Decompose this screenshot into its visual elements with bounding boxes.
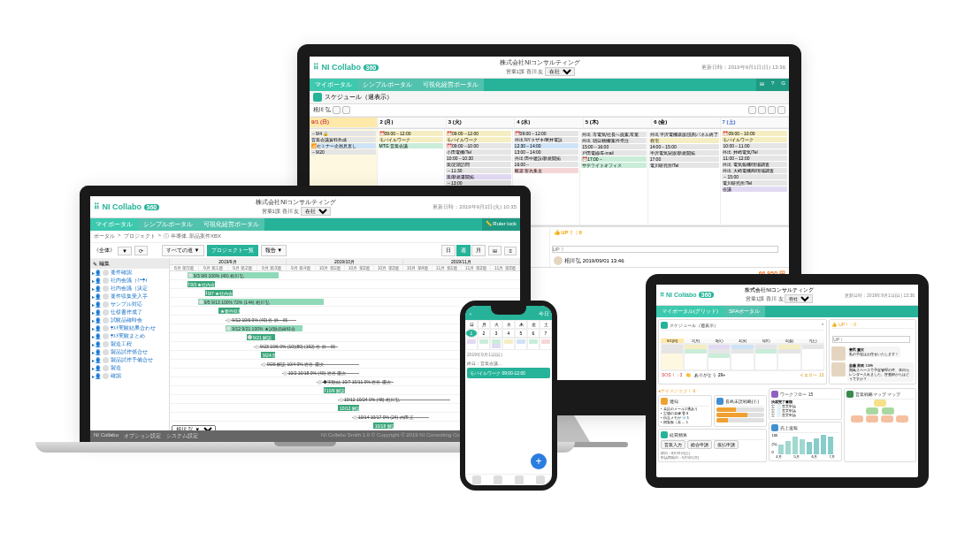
day-header[interactable]: 4 (水) xyxy=(515,118,583,128)
filter-icon[interactable] xyxy=(768,106,776,114)
event-item[interactable]: ～11:30 xyxy=(446,168,511,173)
event-item[interactable]: 戸田電線/E-mail xyxy=(581,150,647,156)
footer-options[interactable]: オプション設定 xyxy=(124,432,161,440)
event-item[interactable]: 帳票 客先集金 xyxy=(514,168,579,173)
date-cell[interactable]: 7 xyxy=(540,329,552,338)
date-cell[interactable]: 1 xyxy=(465,329,478,338)
date-cell[interactable]: 4 xyxy=(502,329,515,338)
yellow-badge[interactable]: イエロー 13 xyxy=(800,372,823,377)
exp-btn2[interactable]: 総合申請 xyxy=(687,440,712,449)
tree-item[interactable]: ▸👤要件確認 xyxy=(90,269,169,277)
event-item[interactable]: 電川研究所/Tel xyxy=(722,180,787,186)
tree-item[interactable]: ▸👤製品試作予備合せ xyxy=(90,356,169,364)
event-item[interactable]: ⏰09:00～10:00 xyxy=(722,131,787,136)
nav-home-icon[interactable] xyxy=(472,476,481,484)
thanks-badge[interactable]: ありがとう 29+ xyxy=(694,372,725,377)
gantt-bar[interactable]: 10/12 解説 xyxy=(338,405,359,411)
event-item[interactable]: 外出 大崎電機商/現場調査 xyxy=(722,168,787,173)
edit-icon[interactable]: ✎ xyxy=(93,261,97,267)
refresh-btn[interactable]: ⟳ xyxy=(134,246,148,255)
phone-back[interactable]: ＜ xyxy=(468,310,473,318)
event-item[interactable]: 15:00～16:00 xyxy=(581,144,647,149)
tree-item[interactable]: ▸👤サンプル対応 xyxy=(90,301,169,308)
event-item[interactable]: 11:00～12:00 xyxy=(722,156,787,161)
event-item[interactable]: 外出 NYタザキ/豊井電設 xyxy=(514,137,579,142)
tab-kpi[interactable]: 可視化経営ポータル xyxy=(417,79,484,91)
date-cell[interactable]: 5 xyxy=(515,329,527,338)
event-item[interactable]: 12:30～14:00 xyxy=(514,143,579,148)
org-leaf4[interactable] xyxy=(896,415,908,422)
event-item[interactable]: 業/定期訪問 xyxy=(446,162,511,167)
scope-select[interactable]: 《全体》 xyxy=(94,247,115,255)
org-node-top[interactable] xyxy=(874,400,886,407)
exp-btn1[interactable]: 営業入力 xyxy=(661,440,685,449)
org-leaf2[interactable] xyxy=(866,415,878,422)
nav-more-icon[interactable] xyxy=(536,476,545,484)
day-cell[interactable]: ⏰09:00～10:00モバイルワーク10:00～11:00外出 井崎電気/Te… xyxy=(721,129,789,225)
event-item[interactable]: ⏰09:00～10:00 xyxy=(446,143,511,148)
tree-item[interactable]: ▸👤ﾃｽﾄ実験まとめ xyxy=(90,332,169,340)
event-item[interactable]: 外出 電気報機/現場調査 xyxy=(722,162,787,167)
tree-item[interactable]: ▸👤確認 xyxy=(90,372,169,380)
day-header[interactable]: 3 (火) xyxy=(447,118,515,128)
tree-item[interactable]: ▸👤要件収集受入手 xyxy=(90,293,169,301)
event-item[interactable]: 会議 xyxy=(722,186,787,192)
gantt-bar[interactable]: 9/21 解説 xyxy=(247,334,275,340)
event-item[interactable]: 外出 田中建設/新規開拓 xyxy=(514,156,579,161)
org-leaf3[interactable] xyxy=(881,415,893,422)
event-item[interactable]: 電川研究所/Tel xyxy=(649,163,720,168)
gantt-bar[interactable]: 9/7 ★社内会 xyxy=(205,290,234,296)
gantt-bar[interactable]: 9/3 9/9 100% (40) 相川 弘 xyxy=(188,272,279,278)
org-tab[interactable]: 営業1課 香川 友 在社 xyxy=(746,296,813,301)
footer-system[interactable]: システム設定 xyxy=(166,432,198,440)
event-item[interactable]: 📶セミナー企画見直し xyxy=(310,143,376,148)
event-item[interactable]: サテライトオフィス xyxy=(581,163,647,168)
tree-item[interactable]: ▸👤製品試作係合せ xyxy=(90,348,169,356)
tree-item[interactable]: ▸👤製造 xyxy=(90,364,169,372)
nav-list-icon[interactable] xyxy=(515,476,524,484)
notice-item[interactable]: • 回覧板（未 … 1 xyxy=(661,420,709,424)
tab-sfa[interactable]: SFAポータル xyxy=(724,306,765,317)
day-header[interactable]: 7 (土) xyxy=(721,118,789,128)
gantt-bar[interactable]: ★要件収集 xyxy=(218,308,240,314)
tree-item[interactable]: ▸👤ﾃｽﾄ実験結果合わせ xyxy=(90,324,169,332)
tab-kpi-lap[interactable]: 可視化経営ポータル xyxy=(198,218,264,231)
day-header[interactable]: 9/1 (日) xyxy=(310,118,378,128)
seg-list[interactable]: プロジェクト一覧 xyxy=(207,245,258,256)
day-header[interactable]: 6 (金) xyxy=(652,118,720,128)
event-item[interactable]: 外出 平沢電機器販/洗剤パネル終了 xyxy=(649,132,720,137)
gantt-bar[interactable]: 10/12 10/24 0% (48) 相川 弘 xyxy=(338,400,450,400)
wf-item[interactable]: 宝 📄 営業申請 xyxy=(771,413,838,417)
day-cell[interactable]: 外出 平沢電機器販/洗剤パネル終了在宅14:00～15:00半沢電気製販/新規開… xyxy=(648,129,722,225)
event-item[interactable]: モバイルワーク xyxy=(722,137,787,142)
tab-myportal-lap[interactable]: マイポータル xyxy=(90,218,138,231)
event-item[interactable]: 13:00～14:00 xyxy=(514,149,579,155)
event-item[interactable]: 営業会議資料作成 xyxy=(310,137,376,142)
gantt-bar[interactable]: 9/3 ★社内会 xyxy=(188,281,216,287)
exp-btn3[interactable]: 仮払申請 xyxy=(714,440,739,449)
event-item[interactable]: 在宅 xyxy=(649,138,720,143)
gantt-bar[interactable]: 10/9 解説 xyxy=(324,387,345,393)
event-item[interactable]: 小田電機/Tel xyxy=(446,149,511,155)
org-selector-lap[interactable]: 営業1課 香川 友 在社 xyxy=(262,209,331,214)
gantt-bar[interactable]: ◆実験結 10/7 10/11 0% 岩谷 慶次 xyxy=(317,382,394,383)
event-item[interactable]: 外出 井崎電気/Tel xyxy=(722,149,787,155)
crumb-portal[interactable]: ポータル xyxy=(94,232,115,240)
person-nav[interactable]: 相川 弘 xyxy=(313,106,331,114)
gantt-bar[interactable]: 9/26 解説 10/4 0% 岩谷 慶次 xyxy=(261,364,359,365)
t-ico2[interactable] xyxy=(670,331,676,338)
logout-icon[interactable]: G xyxy=(777,79,789,91)
event-item[interactable]: ～9/4 🔒 xyxy=(310,131,376,136)
event-item[interactable]: 業/新規書開拓 xyxy=(446,174,511,179)
ruler-button[interactable]: 📏 Ruler lock xyxy=(482,218,520,231)
tree-item[interactable]: ▸👤社内会議（ﾐｰﾃｨ xyxy=(90,277,169,285)
seg-report[interactable]: 報告 ▼ xyxy=(261,245,287,256)
nav-cal-icon[interactable] xyxy=(494,476,502,484)
tree-item[interactable]: ▸👤仕様書作成了 xyxy=(90,308,169,316)
event-item[interactable]: ⏰17:00～ xyxy=(581,156,647,162)
gantt-bar[interactable]: 10/18 解説 xyxy=(373,422,394,429)
sort-btn[interactable]: ▼ xyxy=(118,247,132,255)
up-input[interactable] xyxy=(552,246,779,253)
tab-simple[interactable]: シンプルポータル xyxy=(357,79,417,91)
event-item[interactable]: モバイルワーク xyxy=(379,137,444,142)
